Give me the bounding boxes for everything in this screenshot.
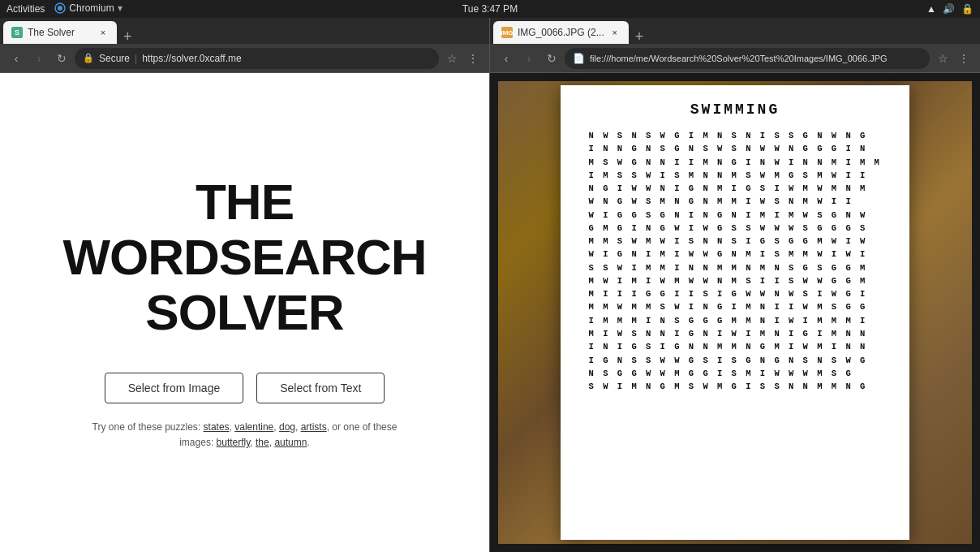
title-line3: SOLVER: [62, 285, 426, 340]
left-nav-bar: ‹ › ↻ 🔒 Secure | https://solver.0xcaff.m…: [0, 44, 489, 73]
right-reload-btn[interactable]: ↻: [542, 49, 561, 68]
svg-point-1: [58, 6, 62, 11]
left-reload-btn[interactable]: ↻: [52, 49, 71, 68]
left-secure-label: Secure: [99, 53, 130, 64]
system-bar-right: ▲ 🔊 🔒: [926, 3, 974, 15]
wooden-table-bg: SWIMMING N W S N S W G I M N S N I S S G…: [498, 81, 972, 544]
hint-valentine-link[interactable]: valentine: [234, 421, 273, 433]
ws-grid-row: N W S N S W G I M N S N I S S G N W N G: [589, 129, 882, 142]
ws-grid: N W S N S W G I M N S N I S S G N W N GI…: [589, 129, 882, 393]
right-menu-btn[interactable]: ⋮: [954, 49, 974, 68]
ws-grid-row: M W I M I W M W W N M S I I S W W G G M: [589, 274, 882, 287]
select-from-text-button[interactable]: Select from Text: [256, 373, 385, 403]
right-back-btn[interactable]: ‹: [496, 49, 516, 68]
right-tab-bar: IMG IMG_0066.JPG (2... × +: [490, 18, 980, 44]
left-tab-favicon: S: [11, 27, 23, 38]
wifi-icon: ▲: [926, 3, 936, 15]
right-tab-active[interactable]: IMG IMG_0066.JPG (2... ×: [493, 21, 629, 44]
left-page-content: THE WORDSEARCH SOLVER Select from Image …: [0, 73, 489, 552]
title-line1: THE: [62, 175, 426, 230]
ws-grid-row: S W I M N G M S W M G I S S N N M M N G: [589, 380, 882, 393]
left-tab-title: The Solver: [28, 27, 75, 38]
left-menu-btn[interactable]: ⋮: [463, 49, 483, 68]
left-forward-btn[interactable]: ›: [29, 49, 49, 68]
right-forward-btn[interactable]: ›: [519, 49, 539, 68]
wordsearch-title: THE WORDSEARCH SOLVER: [62, 175, 426, 341]
ws-grid-row: I N I G S I G N N M M N G M I W M I N N: [589, 340, 882, 353]
ws-grid-row: I M S S W I S M N N M S W M G S M W I I: [589, 169, 882, 182]
system-bar-left: Activities Chromium ▾: [6, 2, 122, 16]
hint-artists-link[interactable]: artists: [301, 421, 327, 433]
battery-icon: 🔒: [961, 3, 974, 15]
system-time: Tue 3:47 PM: [462, 3, 518, 15]
ws-grid-row: M I I I G G I I S I G W W N W S I W G I: [589, 287, 882, 300]
hint-prefix: Try one of these puzzles:: [92, 421, 201, 433]
browsers-container: S The Solver × + ‹ › ↻ 🔒 Secure: [0, 18, 980, 552]
right-url-text: file:///home/me/Wordsearch%20Solver%20Te…: [590, 54, 888, 63]
hint-the-link[interactable]: the: [256, 437, 269, 448]
volume-icon: 🔊: [943, 3, 955, 15]
ws-grid-row: M M W M M S W I N G I M N I I W M S G G: [589, 300, 882, 313]
ws-grid-row: I M M M I N S G G G M M N I W I M M M I: [589, 314, 882, 327]
ws-grid-row: N G I W W N I G N M I G S I W M W M N M: [589, 182, 882, 195]
right-tab-favicon: IMG: [501, 27, 513, 38]
browser-right: IMG IMG_0066.JPG (2... × + ‹ › ↻ 📄 file:: [490, 18, 980, 552]
chromium-label: Chromium ▾: [54, 2, 122, 16]
hint-dog-link[interactable]: dog: [279, 421, 295, 433]
hint-states-link[interactable]: states: [204, 421, 230, 433]
button-group: Select from Image Select from Text: [105, 373, 385, 403]
left-nav-right: ☆ ⋮: [442, 49, 483, 68]
left-lock-icon: 🔒: [83, 53, 94, 63]
hint-butterfly-link[interactable]: butterfly: [217, 437, 251, 448]
right-address-bar[interactable]: 📄 file:///home/me/Wordsearch%20Solver%20…: [565, 48, 930, 69]
browser-left: S The Solver × + ‹ › ↻ 🔒 Secure: [0, 18, 490, 552]
left-url-text: https://solver.0xcaff.me: [142, 53, 242, 64]
right-nav-right: ☆ ⋮: [933, 49, 974, 68]
ws-grid-row: W N G W S M N G N M M I W S N M W I I: [589, 195, 882, 208]
ws-grid-row: M I W S N N I G N I W I M N I G I M N N: [589, 327, 882, 340]
ws-grid-row: I N N G N S G N S W S N W W N G G G I N: [589, 142, 882, 155]
ws-grid-row: N S G G W W M G G I S M I W W W M S G: [589, 367, 882, 380]
title-line2: WORDSEARCH: [62, 230, 426, 285]
activities-label[interactable]: Activities: [6, 3, 45, 15]
ws-puzzle-title: SWIMMING: [690, 101, 780, 118]
ws-grid-row: S S W I M M I N N M M N M N S G S G G M: [589, 261, 882, 274]
chromium-menu-arrow[interactable]: ▾: [118, 2, 122, 14]
ws-grid-row: I G N S S W W G S I S G N G N S N S W G: [589, 354, 882, 367]
ws-grid-row: W I G N I M I W W G N M I S M M W I W I: [589, 248, 882, 261]
chromium-icon: [54, 2, 66, 14]
ws-grid-row: M M S W M W I S N N S I G S G G M W I W: [589, 235, 882, 248]
hint-text: Try one of these puzzles: states, valent…: [92, 420, 398, 451]
wordsearch-paper: SWIMMING N W S N S W G I M N S N I S S G…: [561, 85, 909, 540]
left-back-btn[interactable]: ‹: [6, 49, 26, 68]
right-tab-close[interactable]: ×: [609, 27, 621, 38]
ws-grid-row: G M G I N G W I W G S S W W W S G G G S: [589, 222, 882, 235]
hint-autumn-link[interactable]: autumn: [274, 437, 307, 448]
right-new-tab-btn[interactable]: +: [635, 29, 644, 44]
right-tab-title: IMG_0066.JPG (2...: [518, 27, 604, 38]
left-bookmark-btn[interactable]: ☆: [442, 49, 462, 68]
left-tab-active[interactable]: S The Solver ×: [3, 21, 117, 44]
left-tab-bar: S The Solver × +: [0, 18, 489, 44]
select-from-image-button[interactable]: Select from Image: [105, 373, 244, 403]
left-address-bar[interactable]: 🔒 Secure | https://solver.0xcaff.me: [75, 48, 439, 69]
system-bar: Activities Chromium ▾ Tue 3:47 PM ▲ 🔊 🔒: [0, 0, 980, 18]
image-viewer: SWIMMING N W S N S W G I M N S N I S S G…: [490, 73, 980, 552]
ws-grid-row: W I G G S G N I N G N I M I M W S G N W: [589, 209, 882, 222]
right-nav-bar: ‹ › ↻ 📄 file:///home/me/Wordsearch%20Sol…: [490, 44, 980, 73]
right-bookmark-btn[interactable]: ☆: [933, 49, 952, 68]
ws-grid-row: M S W G N N I I M N G I N W I N N M I M …: [589, 156, 882, 169]
right-file-icon: 📄: [573, 53, 585, 64]
left-tab-close[interactable]: ×: [97, 27, 109, 38]
left-new-tab-btn[interactable]: +: [123, 29, 132, 44]
